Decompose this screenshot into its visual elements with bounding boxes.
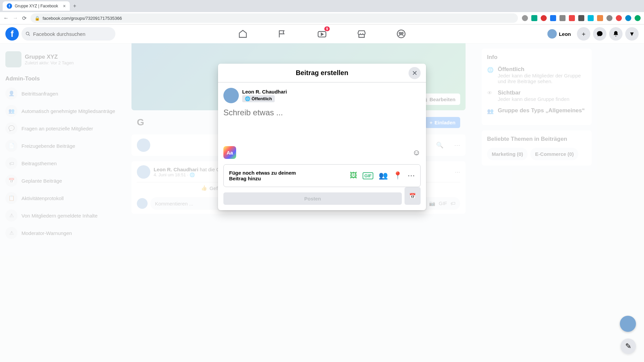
watch-badge: 9 [324, 26, 330, 31]
floating-new-message-button[interactable]: ✎ [621, 339, 636, 354]
new-tab-button[interactable]: + [70, 3, 79, 9]
ext-icon[interactable] [616, 15, 622, 21]
right-nav: Leon ＋ ▼ [546, 27, 639, 41]
svg-point-4 [399, 32, 401, 34]
privacy-label: Öffentlich [252, 96, 272, 101]
nav-home[interactable] [224, 26, 261, 42]
search-icon [25, 31, 31, 37]
browser-chrome: f Gruppe XYZ | Facebook × + ← → ⟳ 🔒 face… [0, 0, 644, 24]
bell-icon [612, 31, 619, 37]
extension-icons [522, 15, 641, 21]
nav-pages[interactable] [264, 26, 301, 42]
tab-title: Gruppe XYZ | Facebook [15, 4, 58, 8]
ext-icon[interactable] [597, 15, 603, 21]
tag-people-icon[interactable]: 👥 [379, 171, 388, 180]
ext-icon[interactable] [550, 15, 556, 21]
nav-groups[interactable] [383, 26, 420, 42]
svg-line-1 [29, 35, 30, 36]
messenger-button[interactable] [593, 27, 606, 41]
attach-icons: 🖼 GIF 👥 📍 ⋯ [350, 171, 415, 180]
modal-username: Leon R. Chaudhari [242, 89, 287, 95]
create-button[interactable]: ＋ [577, 27, 590, 41]
modal-user-row: Leon R. Chaudhari 🌐 Öffentlich [223, 88, 421, 103]
url-field[interactable]: 🔒 facebook.com/groups/732091717535366 [31, 13, 518, 23]
schedule-button[interactable]: 📅 [405, 187, 421, 205]
emoji-button[interactable]: ☺ [412, 148, 421, 157]
home-icon [238, 29, 248, 39]
profile-name: Leon [559, 31, 571, 37]
modal-body: Leon R. Chaudhari 🌐 Öffentlich Aa ☺ Füge… [218, 82, 426, 210]
tab-close-icon[interactable]: × [63, 3, 66, 9]
location-icon[interactable]: 📍 [393, 171, 402, 180]
close-icon: ✕ [412, 69, 418, 77]
browser-tab[interactable]: f Gruppe XYZ | Facebook × [3, 1, 70, 11]
create-post-modal: Beitrag erstellen ✕ Leon R. Chaudhari 🌐 … [218, 64, 426, 210]
back-icon[interactable]: ← [3, 15, 9, 21]
close-button[interactable]: ✕ [409, 67, 421, 79]
search-box[interactable] [21, 27, 115, 41]
more-icon[interactable]: ⋯ [408, 171, 415, 180]
post-textarea[interactable] [223, 108, 421, 145]
edit-icon: ✎ [625, 342, 631, 351]
notifications-button[interactable] [609, 27, 623, 41]
plus-icon: ＋ [581, 30, 587, 38]
account-button[interactable]: ▼ [625, 27, 639, 41]
favicon-icon: f [7, 3, 12, 9]
ext-icon[interactable] [625, 15, 631, 21]
aa-icon: Aa [226, 150, 233, 156]
nav-marketplace[interactable] [343, 26, 380, 42]
nav-watch[interactable]: 9 [304, 26, 340, 42]
facebook-logo-icon[interactable]: f [5, 27, 19, 41]
photo-icon[interactable]: 🖼 [350, 171, 357, 180]
flag-icon [278, 29, 287, 39]
marketplace-icon [357, 29, 366, 39]
search-input[interactable] [33, 31, 111, 37]
modal-title: Beitrag erstellen [296, 69, 348, 77]
svg-point-5 [401, 32, 403, 34]
ext-icon[interactable] [569, 15, 575, 21]
address-bar: ← → ⟳ 🔒 facebook.com/groups/732091717535… [0, 12, 644, 24]
ext-icon[interactable] [531, 15, 537, 21]
ext-icon[interactable] [578, 15, 584, 21]
emoji-icon: ☺ [412, 148, 421, 157]
post-button-row: Posten 📅 [223, 187, 421, 205]
ext-icon[interactable] [559, 15, 566, 21]
add-to-post-row: Füge noch etwas zu deinem Beitrag hinzu … [223, 164, 421, 187]
floating-chat-avatar[interactable] [620, 316, 636, 332]
ext-icon[interactable] [635, 15, 641, 21]
privacy-selector[interactable]: 🌐 Öffentlich [242, 95, 275, 102]
center-nav: 9 [224, 26, 420, 42]
svg-point-0 [26, 32, 29, 35]
calendar-icon: 📅 [409, 193, 416, 199]
tab-bar: f Gruppe XYZ | Facebook × + [0, 0, 644, 12]
profile-chip[interactable]: Leon [546, 28, 574, 40]
url-text: facebook.com/groups/732091717535366 [43, 16, 122, 21]
ext-icon[interactable] [606, 15, 612, 21]
lock-icon: 🔒 [35, 16, 40, 21]
ext-icon[interactable] [541, 15, 547, 21]
gif-icon[interactable]: GIF [363, 172, 373, 179]
globe-icon: 🌐 [245, 96, 250, 101]
messenger-icon [596, 31, 603, 37]
ext-icon[interactable] [588, 15, 594, 21]
avatar [547, 29, 557, 39]
text-background-button[interactable]: Aa [223, 146, 236, 159]
modal-header: Beitrag erstellen ✕ [218, 64, 426, 82]
textarea-tools: Aa ☺ [223, 146, 421, 159]
add-to-post-label: Füge noch etwas zu deinem Beitrag hinzu [229, 170, 310, 181]
chevron-down-icon: ▼ [629, 31, 635, 38]
reload-icon[interactable]: ⟳ [22, 15, 26, 21]
forward-icon[interactable]: → [13, 15, 18, 21]
svg-point-3 [397, 30, 405, 38]
ext-icon[interactable] [522, 15, 528, 21]
modal-avatar [223, 88, 239, 103]
groups-icon [396, 29, 406, 39]
facebook-header: f 9 Leon ＋ ▼ [0, 24, 644, 43]
post-button[interactable]: Posten [223, 192, 402, 205]
